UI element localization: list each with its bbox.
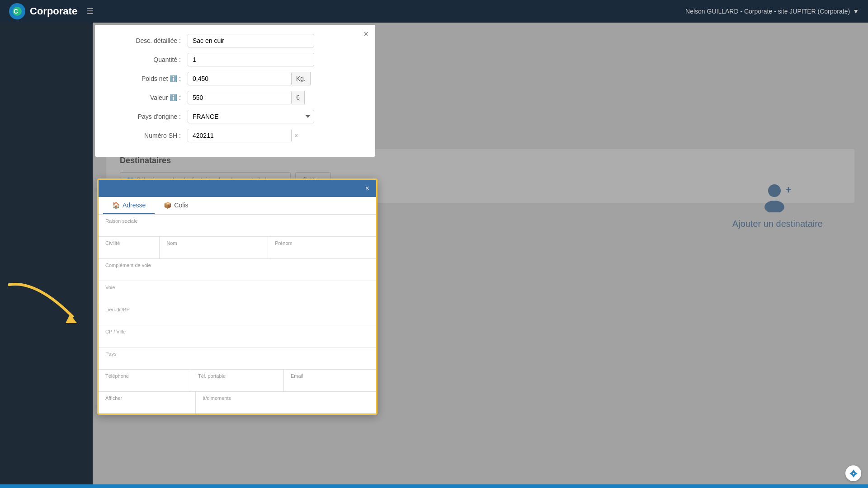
voie-label: Voie	[105, 285, 369, 290]
afficher-input[interactable]	[105, 402, 189, 409]
cp-ville-field: CP / Ville	[99, 325, 376, 347]
prenom-cell: Prénom	[268, 237, 376, 258]
logo-icon: C	[9, 3, 25, 19]
numero-clear-button[interactable]: ×	[292, 132, 301, 139]
poids-input[interactable]	[188, 72, 292, 85]
voie-field: Voie	[99, 281, 376, 303]
raison-sociale-label: Raison sociale	[105, 218, 369, 224]
email-input[interactable]	[291, 380, 369, 387]
valeur-addon: €	[292, 91, 305, 104]
contact-row: Téléphone Tél. portable Email	[99, 370, 376, 392]
pays-field: Pays	[99, 347, 376, 370]
telephone-cell: Téléphone	[99, 370, 191, 391]
email-cell: Email	[284, 370, 376, 391]
app-title: Corporate	[30, 5, 77, 17]
lieu-dit-field: Lieu-dit/BP	[99, 303, 376, 325]
afficher-label: Afficher	[105, 395, 189, 401]
tel-portable-input[interactable]	[198, 380, 277, 387]
bottom-bar	[0, 484, 868, 488]
complement-input[interactable]	[105, 269, 369, 277]
civilite-cell: Civilité	[99, 237, 160, 258]
prenom-label: Prénom	[275, 240, 369, 246]
pays-form-row: Pays d'origine : FRANCE ALLEMAGNE ITALIE	[108, 110, 362, 123]
admoments-input[interactable]	[203, 402, 369, 409]
name-row: Civilité Nom Prénom	[99, 237, 376, 259]
pays-field-label: Pays	[105, 351, 369, 357]
address-modal-tabs: 🏠 Adresse 📦 Colis	[99, 197, 376, 215]
address-modal-body: Raison sociale Civilité Nom Prénom Compl…	[99, 215, 376, 413]
address-modal-header: ×	[99, 180, 376, 197]
civilite-label: Civilité	[105, 240, 152, 246]
afficher-cell: Afficher	[99, 392, 196, 413]
valeur-input-group: €	[188, 91, 305, 104]
desc-label: Desc. détaillée :	[108, 37, 181, 44]
tel-portable-label: Tél. portable	[198, 373, 277, 379]
tel-portable-cell: Tél. portable	[191, 370, 284, 391]
package-tab-icon: 📦	[164, 202, 171, 209]
pays-select[interactable]: FRANCE ALLEMAGNE ITALIE	[188, 110, 314, 123]
poids-addon: Kg.	[292, 72, 311, 85]
prenom-input[interactable]	[275, 247, 369, 254]
valeur-form-row: Valeur ℹ️ : €	[108, 91, 362, 104]
nom-cell: Nom	[160, 237, 268, 258]
navbar: C Corporate ☰ Nelson GUILLARD - Corporat…	[0, 0, 868, 23]
brand-area: C Corporate ☰	[9, 3, 94, 19]
user-info-text: Nelson GUILLARD - Corporate - site JUPIT…	[685, 8, 850, 15]
desc-input[interactable]	[188, 34, 314, 47]
recycle-button[interactable]	[845, 465, 861, 481]
desc-modal-close-button[interactable]: ×	[363, 29, 368, 39]
svg-point-7	[852, 472, 855, 475]
address-modal: × 🏠 Adresse 📦 Colis Raison sociale Civil…	[97, 178, 377, 415]
lieu-dit-input[interactable]	[105, 314, 369, 321]
nom-input[interactable]	[166, 247, 261, 254]
address-modal-close-button[interactable]: ×	[365, 184, 369, 192]
numero-input[interactable]	[188, 129, 292, 142]
raison-sociale-input[interactable]	[105, 225, 369, 232]
numero-form-row: Numéro SH : ×	[108, 129, 362, 142]
tab-colis[interactable]: 📦 Colis	[155, 197, 197, 214]
tab-adresse[interactable]: 🏠 Adresse	[103, 197, 155, 214]
valeur-label: Valeur ℹ️ :	[108, 94, 181, 101]
admoments-cell: à/d'moments	[196, 392, 376, 413]
poids-input-group: Kg.	[188, 72, 311, 85]
desc-modal: × Desc. détaillée : Quantité : Poids net…	[95, 25, 375, 157]
telephone-label: Téléphone	[105, 373, 184, 379]
numero-label: Numéro SH :	[108, 132, 181, 139]
email-label: Email	[291, 373, 369, 379]
telephone-input[interactable]	[105, 380, 184, 387]
hamburger-icon[interactable]: ☰	[86, 6, 94, 16]
numero-input-group: ×	[188, 129, 301, 142]
cp-ville-input[interactable]	[105, 336, 369, 343]
poids-label: Poids net ℹ️ :	[108, 75, 181, 82]
complement-field: Complément de voie	[99, 259, 376, 281]
desc-form-row: Desc. détaillée :	[108, 34, 362, 47]
nom-label: Nom	[166, 240, 261, 246]
quantite-input[interactable]	[188, 53, 314, 66]
complement-label: Complément de voie	[105, 263, 369, 268]
admoments-label: à/d'moments	[203, 395, 369, 401]
raison-sociale-field: Raison sociale	[99, 215, 376, 237]
dropdown-arrow-icon: ▼	[853, 8, 859, 15]
quantite-label: Quantité :	[108, 56, 181, 63]
afficher-row: Afficher à/d'moments	[99, 392, 376, 413]
address-tab-icon: 🏠	[112, 202, 120, 209]
pays-label: Pays d'origine :	[108, 113, 181, 120]
user-menu[interactable]: Nelson GUILLARD - Corporate - site JUPIT…	[685, 8, 859, 15]
quantite-form-row: Quantité :	[108, 53, 362, 66]
cp-ville-label: CP / Ville	[105, 329, 369, 334]
valeur-input[interactable]	[188, 91, 292, 104]
voie-input[interactable]	[105, 291, 369, 299]
pays-field-input[interactable]	[105, 358, 369, 365]
civilite-input[interactable]	[105, 247, 152, 254]
lieu-dit-label: Lieu-dit/BP	[105, 307, 369, 312]
poids-form-row: Poids net ℹ️ : Kg.	[108, 72, 362, 85]
svg-text:C: C	[14, 8, 18, 15]
